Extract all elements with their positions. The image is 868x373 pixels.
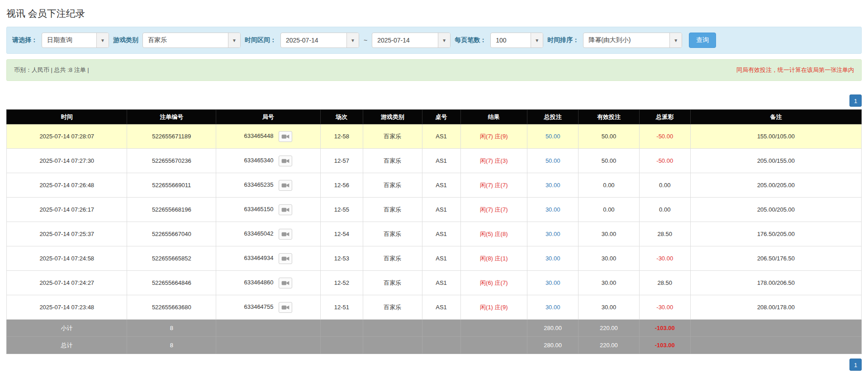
cell-table-no: AS1 [422, 246, 460, 271]
total-bet-link: 30.00 [545, 182, 560, 189]
cell-time: 2025-07-14 07:26:17 [7, 198, 127, 222]
time-sort-select[interactable]: 降幂(由大到小) ▼ [583, 33, 682, 48]
video-icon[interactable] [279, 204, 292, 215]
video-icon[interactable] [279, 229, 292, 240]
cell-payout: 0.00 [639, 198, 690, 222]
cell-time: 2025-07-14 07:27:30 [7, 149, 127, 173]
cell-note: 208.00/178.00 [690, 295, 861, 320]
cell-time: 2025-07-14 07:26:48 [7, 173, 127, 198]
page-size-select[interactable]: 100 ▼ [490, 33, 543, 48]
cell-total-bet[interactable]: 30.00 [527, 198, 578, 222]
video-icon[interactable] [279, 253, 292, 264]
page-number-button[interactable]: 1 [849, 359, 862, 371]
cell-note: 178.00/206.50 [690, 271, 861, 295]
cell-note: 176.50/205.00 [690, 222, 861, 246]
column-header-6: 结果 [460, 110, 527, 124]
cell-valid-bet: 30.00 [579, 222, 639, 246]
chevron-down-icon[interactable]: ▼ [228, 33, 240, 47]
cell-total-bet[interactable]: 50.00 [527, 149, 578, 173]
cell-session: 12-53 [320, 246, 363, 271]
video-icon[interactable] [279, 156, 292, 166]
cell-game-type: 百家乐 [363, 271, 422, 295]
table-row: 2025-07-14 07:26:17522655668196633465150… [7, 198, 862, 222]
cell-result: 闲(7) 庄(3) [460, 149, 527, 173]
date-to-select[interactable]: 2025-07-14 ▼ [372, 33, 451, 48]
query-button[interactable]: 查询 [689, 33, 716, 48]
result-banker: 庄(7) [495, 182, 508, 189]
cell-note: 205.00/155.00 [690, 149, 861, 173]
cell-time: 2025-07-14 07:24:58 [7, 246, 127, 271]
time-range-label: 时间区间： [245, 36, 276, 44]
chevron-down-icon[interactable]: ▼ [669, 33, 682, 47]
video-icon[interactable] [279, 302, 292, 313]
cell-session: 12-51 [320, 295, 363, 320]
cell-total-bet[interactable]: 30.00 [527, 173, 578, 198]
cell-game-type: 百家乐 [363, 124, 422, 149]
cell-result: 闲(7) 庄(9) [460, 124, 527, 149]
column-header-4: 游戏类别 [363, 110, 422, 124]
column-header-10: 备注 [690, 110, 861, 124]
chevron-down-icon[interactable]: ▼ [438, 33, 450, 47]
result-banker: 庄(9) [495, 133, 508, 140]
pagination-bottom: 1 [6, 359, 862, 371]
total-bet-link: 30.00 [545, 304, 560, 311]
cell-total-bet[interactable]: 30.00 [527, 271, 578, 295]
cell-session: 12-55 [320, 198, 363, 222]
cell-payout: -50.00 [639, 124, 690, 149]
cell-total-bet[interactable]: 30.00 [527, 222, 578, 246]
cell-result: 闲(7) 庄(7) [460, 198, 527, 222]
result-banker: 庄(9) [495, 304, 508, 311]
total-bet-link: 30.00 [545, 279, 560, 286]
table-row: 2025-07-14 07:26:48522655669011633465235… [7, 173, 862, 198]
cell-game-type: 百家乐 [363, 222, 422, 246]
cell-note: 205.00/205.00 [690, 198, 861, 222]
cell-time: 2025-07-14 07:25:37 [7, 222, 127, 246]
total-payout: -103.00 [639, 337, 690, 354]
cell-valid-bet: 30.00 [579, 246, 639, 271]
column-header-2: 局号 [216, 110, 321, 124]
chevron-down-icon[interactable]: ▼ [346, 33, 359, 47]
column-header-0: 时间 [7, 110, 127, 124]
chevron-down-icon[interactable]: ▼ [96, 33, 109, 47]
cell-total-bet[interactable]: 50.00 [527, 124, 578, 149]
cell-time: 2025-07-14 07:28:07 [7, 124, 127, 149]
video-icon[interactable] [279, 278, 292, 288]
video-icon[interactable] [279, 180, 292, 191]
query-type-select[interactable]: 日期查询 ▼ [42, 33, 109, 48]
video-icon[interactable] [279, 131, 292, 142]
cell-payout: 0.00 [639, 173, 690, 198]
game-type-select[interactable]: 百家乐 ▼ [142, 33, 241, 48]
table-row: 2025-07-14 07:24:27522655664846633464860… [7, 271, 862, 295]
result-banker: 庄(1) [495, 255, 508, 262]
cell-bet-id: 522655664846 [127, 271, 216, 295]
result-banker: 庄(3) [495, 157, 508, 164]
table-row: 2025-07-14 07:24:58522655665852633464934… [7, 246, 862, 271]
cell-total-bet[interactable]: 30.00 [527, 295, 578, 320]
summary-bar: 币别：人民币 | 总共 :8 注单 | 同局有效投注，统一计算在该局第一张注单内 [6, 59, 862, 81]
cell-session: 12-57 [320, 149, 363, 173]
result-player: 闲(8) [480, 255, 493, 262]
cell-table-no: AS1 [422, 149, 460, 173]
cell-round-id: 633465235 [216, 173, 321, 198]
cell-round-id: 633464860 [216, 271, 321, 295]
result-player: 闲(7) [480, 157, 493, 164]
date-from-select[interactable]: 2025-07-14 ▼ [280, 33, 359, 48]
cell-game-type: 百家乐 [363, 246, 422, 271]
select-type-label: 请选择： [12, 36, 38, 44]
cell-game-type: 百家乐 [363, 295, 422, 320]
cell-result: 闲(7) 庄(7) [460, 173, 527, 198]
result-banker: 庄(7) [495, 279, 508, 286]
cell-round-id: 633465448 [216, 124, 321, 149]
cell-note: 206.50/176.50 [690, 246, 861, 271]
total-bet-link: 50.00 [545, 157, 560, 164]
cell-total-bet[interactable]: 30.00 [527, 246, 578, 271]
cell-table-no: AS1 [422, 271, 460, 295]
chevron-down-icon[interactable]: ▼ [531, 33, 543, 47]
filter-bar: 请选择： 日期查询 ▼ 游戏类别 百家乐 ▼ 时间区间： 2025-07-14 … [6, 27, 862, 54]
cell-game-type: 百家乐 [363, 173, 422, 198]
date-to-value: 2025-07-14 [372, 33, 438, 47]
cell-session: 12-54 [320, 222, 363, 246]
cell-bet-id: 522655670236 [127, 149, 216, 173]
cell-valid-bet: 0.00 [579, 198, 639, 222]
page-number-button[interactable]: 1 [849, 94, 862, 107]
